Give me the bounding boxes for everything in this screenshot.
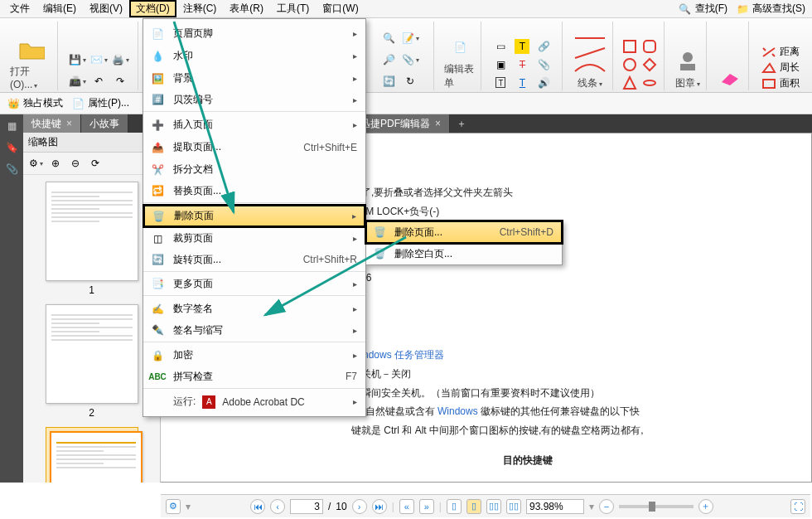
stamp-icon[interactable]: [674, 48, 701, 75]
sb-book-icon[interactable]: ▯▯: [506, 499, 521, 514]
open-label[interactable]: 打开(O)...: [10, 65, 52, 90]
thumb-options-icon[interactable]: ⚙: [28, 156, 43, 171]
menu-spellcheck[interactable]: ABC拼写检查F7: [143, 366, 365, 389]
note-icon[interactable]: 📝: [401, 29, 419, 47]
distance-label[interactable]: 距离: [780, 45, 800, 59]
menu-more-pages[interactable]: 📑更多页面▸: [143, 274, 365, 296]
doc-tab-3[interactable]: 迅捷PDF编辑器×: [352, 114, 450, 133]
eraser-icon[interactable]: [717, 64, 743, 90]
refresh-icon[interactable]: ↻: [401, 72, 419, 90]
menu-delete-page[interactable]: 🗑️删除页面▸: [143, 205, 365, 227]
sb-last-page-icon[interactable]: ⏭: [372, 499, 387, 514]
zoom-out-icon[interactable]: 🔎: [379, 51, 398, 69]
doc-tab-2[interactable]: 小故事: [81, 114, 128, 133]
menu-insert-page[interactable]: ➕插入页面▸: [143, 114, 365, 136]
textbox-icon[interactable]: 🅃: [493, 75, 508, 90]
undo-icon[interactable]: ↶: [89, 72, 108, 90]
link-icon[interactable]: 🔗: [536, 39, 551, 54]
thumbnail-page-2[interactable]: 2: [46, 304, 138, 419]
menu-redact[interactable]: ✒️签名与缩写▸: [143, 320, 365, 342]
save-icon[interactable]: 💾: [68, 51, 86, 69]
perimeter-label[interactable]: 周长: [780, 61, 800, 75]
menu-run-acrobat[interactable]: 运行: A Adobe Acrobat DC ▸: [143, 390, 365, 413]
menu-background[interactable]: 🖼️背景▸: [143, 67, 365, 90]
menu-document[interactable]: 文档(D): [129, 0, 176, 17]
redo-icon[interactable]: ↷: [111, 72, 129, 90]
zoom-in-icon[interactable]: 🔍: [379, 29, 398, 47]
email-icon[interactable]: ✉️: [89, 51, 108, 69]
split-doc-icon: ✂️: [148, 162, 167, 178]
highlight-icon[interactable]: T: [515, 39, 529, 54]
sb-continuous-icon[interactable]: ▯: [466, 499, 481, 514]
sb-next-page-icon[interactable]: ›: [352, 499, 367, 514]
submenu-delete-blank[interactable]: 🗑️ 删除空白页...: [366, 243, 562, 264]
sb-next-view-icon[interactable]: »: [419, 499, 434, 514]
advanced-find-button[interactable]: 📁 高级查找(S): [732, 2, 809, 16]
menu-bates[interactable]: #️⃣贝茨编号▸: [143, 90, 365, 112]
edit-form-icon[interactable]: 📄: [447, 34, 473, 61]
sb-zoom-in-icon[interactable]: ＋: [698, 499, 713, 514]
doc-tab-3-label: 迅捷PDF编辑器: [360, 117, 430, 131]
zoom-slider[interactable]: [619, 505, 694, 508]
sb-options-icon[interactable]: ⚙: [166, 499, 181, 514]
submenu-delete-pages[interactable]: 🗑️ 删除页面... Ctrl+Shift+D: [366, 221, 562, 243]
attach-icon[interactable]: 📎: [536, 57, 551, 72]
menu-encrypt[interactable]: 🔒加密▸: [143, 344, 365, 366]
find-button[interactable]: 🔍 查找(F): [675, 2, 731, 16]
svg-marker-9: [722, 74, 738, 85]
stamp-label[interactable]: 图章: [675, 76, 700, 90]
menu-tools[interactable]: 工具(T): [270, 0, 316, 17]
menu-watermark[interactable]: 💧水印▸: [143, 45, 365, 67]
menu-comment[interactable]: 注释(C): [176, 0, 224, 17]
close-icon[interactable]: ×: [66, 118, 72, 129]
area-select-icon[interactable]: ▣: [493, 57, 508, 72]
sb-facing-icon[interactable]: ▯▯: [486, 499, 501, 514]
sb-first-page-icon[interactable]: ⏮: [250, 499, 265, 514]
menu-view[interactable]: 视图(V): [83, 0, 129, 17]
menu-form[interactable]: 表单(R): [223, 0, 270, 17]
delete-blank-icon: 🗑️: [371, 246, 388, 261]
area-label[interactable]: 面积: [780, 76, 800, 90]
exclusive-mode-button[interactable]: 👑 独占模式: [7, 96, 63, 110]
sound-icon[interactable]: 🔊: [536, 75, 551, 90]
sb-single-page-icon[interactable]: ▯: [447, 499, 462, 514]
open-folder-icon[interactable]: [18, 36, 45, 63]
thumb-zoom-out-icon[interactable]: ⊖: [68, 156, 83, 171]
menu-crop-page[interactable]: ◫裁剪页面▸: [143, 227, 365, 250]
print-icon[interactable]: 🖨️: [111, 51, 129, 69]
underline-icon[interactable]: T: [515, 75, 529, 90]
text-select-icon[interactable]: ▭: [493, 39, 508, 54]
rotate-icon[interactable]: 🔄: [379, 72, 398, 90]
menu-window[interactable]: 窗口(W): [316, 0, 365, 17]
properties-button[interactable]: 📄 属性(P)...: [71, 96, 129, 110]
add-tab-button[interactable]: ＋: [450, 114, 473, 133]
sb-zoom-out-icon[interactable]: −: [599, 499, 614, 514]
close-icon[interactable]: ×: [435, 118, 441, 129]
sidebar-attach-icon[interactable]: 📎: [3, 161, 20, 177]
sb-fullscreen-icon[interactable]: ⛶: [790, 499, 805, 514]
thumbnail-page-1[interactable]: 1: [46, 182, 138, 296]
clip-icon[interactable]: 📎: [401, 51, 419, 69]
page-number-input[interactable]: [290, 499, 323, 514]
thumbnail-page-3[interactable]: 3: [46, 427, 138, 483]
menu-extract-page[interactable]: 📤提取页面...Ctrl+Shift+E: [143, 136, 365, 158]
menu-split-doc[interactable]: ✂️拆分文档: [143, 158, 365, 181]
line-group-label[interactable]: 线条: [578, 76, 602, 90]
scan-icon[interactable]: 📠: [68, 72, 86, 90]
menu-edit[interactable]: 编辑(E): [36, 0, 83, 17]
menu-header-footer[interactable]: 📄页眉页脚▸: [143, 22, 365, 45]
menu-signature[interactable]: ✍️数字签名▸: [143, 298, 365, 320]
sidebar-bookmarks-icon[interactable]: 🔖: [3, 139, 20, 156]
sidebar-pages-icon[interactable]: ▦: [3, 118, 20, 134]
menu-file[interactable]: 文件: [3, 0, 36, 17]
thumb-zoom-in-icon[interactable]: ⊕: [48, 156, 63, 171]
menu-rotate-page[interactable]: 🔄旋转页面...Ctrl+Shift+R: [143, 250, 365, 272]
menu-replace-page[interactable]: 🔁替换页面...: [143, 181, 365, 203]
sb-prev-view-icon[interactable]: «: [399, 499, 414, 514]
doc-tab-1[interactable]: 快捷键×: [23, 114, 81, 133]
thumb-rotate-icon[interactable]: ⟳: [88, 156, 103, 171]
zoom-input[interactable]: [526, 499, 584, 514]
strike-icon[interactable]: T: [515, 57, 529, 72]
sb-prev-page-icon[interactable]: ‹: [270, 499, 285, 514]
svg-point-7: [683, 52, 693, 62]
